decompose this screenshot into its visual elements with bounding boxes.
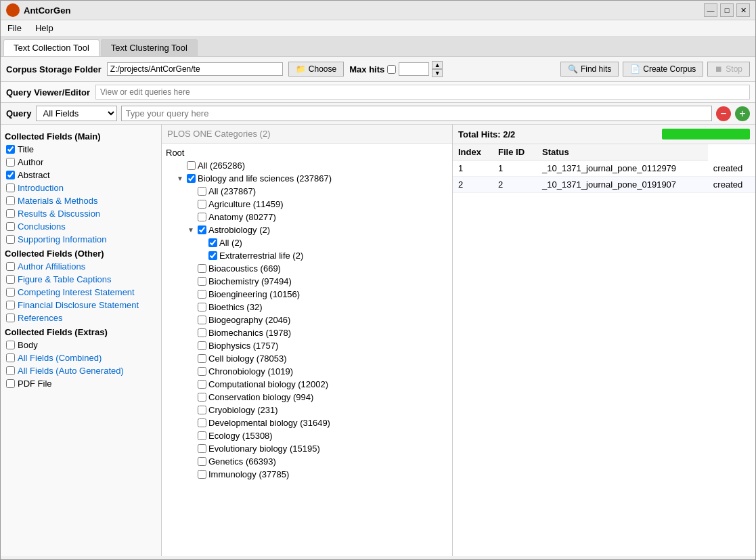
tree-bio-all-checkbox[interactable]	[198, 187, 206, 196]
toggle-biology[interactable]: ▼	[175, 174, 185, 184]
tree-item-biogeography: Biogeography (2046)	[164, 314, 449, 326]
tree-anatomy-checkbox[interactable]	[198, 213, 206, 221]
tree-bioethics-label: Bioethics (32)	[208, 302, 262, 312]
tree-item-agriculture: Agriculture (11459)	[164, 198, 449, 211]
tree-all-checkbox[interactable]	[187, 161, 196, 170]
tree-extraterrestrial-checkbox[interactable]	[208, 251, 217, 260]
field-supporting-checkbox[interactable]	[6, 235, 15, 244]
query-viewer-input[interactable]	[95, 85, 750, 100]
tree-item-astro-all: All (2)	[164, 236, 449, 249]
tree-astrobiology-checkbox[interactable]	[198, 225, 206, 234]
tab-text-clustering[interactable]: Text Clustering Tool	[101, 39, 198, 56]
field-introduction-checkbox[interactable]	[6, 184, 15, 192]
tree-conservation-checkbox[interactable]	[198, 393, 206, 402]
field-captions: Figure & Table Captions	[3, 273, 158, 286]
query-text-input[interactable]	[121, 106, 712, 121]
field-captions-checkbox[interactable]	[6, 275, 15, 284]
field-conclusions-link[interactable]: Conclusions	[18, 221, 66, 232]
field-captions-link[interactable]: Figure & Table Captions	[18, 274, 112, 284]
max-hits-input[interactable]: 100	[399, 62, 429, 76]
stop-button[interactable]: ⏹ Stop	[707, 62, 750, 77]
max-hits-down[interactable]: ▼	[432, 69, 443, 77]
field-financial-checkbox[interactable]	[6, 301, 15, 309]
tab-text-collection[interactable]: Text Collection Tool	[3, 39, 99, 56]
maximize-button[interactable]: □	[720, 3, 734, 17]
tree-chronobiology-checkbox[interactable]	[198, 367, 206, 376]
tree-item-evobiology: Evolutionary biology (15195)	[164, 442, 449, 455]
max-hits-checkbox[interactable]	[387, 65, 396, 74]
tree-devbiology-checkbox[interactable]	[198, 418, 206, 427]
field-references-checkbox[interactable]	[6, 314, 15, 322]
close-button[interactable]: ✕	[736, 3, 750, 17]
field-supporting-link[interactable]: Supporting Information	[18, 234, 107, 244]
tree-ecology-checkbox[interactable]	[198, 431, 206, 440]
toggle-placeholder7	[186, 264, 196, 274]
corpus-path-input[interactable]	[107, 62, 283, 76]
field-abstract-checkbox[interactable]	[6, 171, 15, 179]
field-results-link[interactable]: Results & Discussion	[18, 209, 100, 219]
tree-agriculture-checkbox[interactable]	[198, 200, 206, 209]
tree-biogeography-checkbox[interactable]	[198, 316, 206, 324]
field-competing-link[interactable]: Competing Interest Statement	[18, 287, 135, 297]
field-financial-link[interactable]: Financial Disclosure Statement	[18, 300, 139, 310]
field-conclusions-checkbox[interactable]	[6, 222, 15, 231]
field-competing-checkbox[interactable]	[6, 288, 15, 297]
tree-container: Root All (265286) ▼ Biology and life sci…	[162, 144, 452, 556]
tree-all-label: All (265286)	[198, 160, 245, 171]
menu-help[interactable]: Help	[32, 22, 56, 35]
field-author: Author	[3, 156, 158, 169]
toggle-astrobiology[interactable]: ▼	[186, 225, 196, 235]
field-all-combined-checkbox[interactable]	[6, 353, 15, 362]
tree-compbiology-checkbox[interactable]	[198, 380, 206, 389]
field-results-checkbox[interactable]	[6, 209, 15, 218]
field-affiliations-link[interactable]: Author Affiliations	[18, 261, 85, 272]
field-all-auto-link[interactable]: All Fields (Auto Generated)	[18, 366, 124, 376]
tree-item-cellbiology: Cell biology (78053)	[164, 352, 449, 365]
field-author-checkbox[interactable]	[6, 158, 15, 167]
tree-genetics-label: Genetics (66393)	[208, 456, 276, 467]
toggle-placeholder10	[186, 303, 196, 312]
toggle-placeholder18	[186, 406, 196, 415]
query-field-select[interactable]: All Fields Title Author Abstract	[36, 106, 117, 121]
minimize-button[interactable]: —	[704, 3, 717, 17]
tree-cryobiology-checkbox[interactable]	[198, 406, 206, 414]
field-all-auto-checkbox[interactable]	[6, 366, 15, 375]
tree-evobiology-checkbox[interactable]	[198, 444, 206, 453]
field-title: Title	[3, 143, 158, 156]
tree-bioacoustics-checkbox[interactable]	[198, 264, 206, 273]
menu-file[interactable]: File	[5, 22, 24, 35]
tree-biology-checkbox[interactable]	[187, 174, 196, 183]
field-materials-checkbox[interactable]	[6, 196, 15, 205]
field-pdf-checkbox[interactable]	[6, 379, 15, 388]
choose-button[interactable]: 📁 Choose	[288, 62, 344, 77]
field-financial: Financial Disclosure Statement	[3, 299, 158, 311]
create-corpus-button[interactable]: 📄 Create Corpus	[623, 62, 703, 77]
max-hits-up[interactable]: ▲	[432, 61, 443, 69]
field-affiliations-checkbox[interactable]	[6, 262, 15, 271]
field-references-link[interactable]: References	[18, 313, 62, 323]
field-title-checkbox[interactable]	[6, 145, 15, 154]
find-hits-button[interactable]: 🔍 Find hits	[560, 62, 619, 77]
add-query-button[interactable]: +	[735, 106, 750, 121]
field-conclusions: Conclusions	[3, 220, 158, 233]
tree-bioethics-checkbox[interactable]	[198, 303, 206, 311]
tree-bioengineering-checkbox[interactable]	[198, 290, 206, 299]
results-table: Index File ID Status 1 1 _10_1371_journa…	[453, 144, 755, 193]
tree-biophysics-checkbox[interactable]	[198, 341, 206, 350]
tree-genetics-checkbox[interactable]	[198, 457, 206, 466]
tree-immunology-checkbox[interactable]	[198, 470, 206, 479]
tree-biochemistry-checkbox[interactable]	[198, 277, 206, 286]
field-introduction-link[interactable]: Introduction	[18, 183, 64, 193]
tree-biomechanics-label: Biomechanics (1978)	[208, 328, 291, 338]
tree-conservation-label: Conservation biology (994)	[208, 392, 313, 402]
toggle-placeholder12	[186, 328, 196, 338]
field-body-checkbox[interactable]	[6, 341, 15, 349]
remove-query-button[interactable]: −	[716, 106, 731, 121]
field-all-combined-link[interactable]: All Fields (Combined)	[18, 353, 102, 363]
tree-cellbiology-checkbox[interactable]	[198, 354, 206, 363]
app-icon	[6, 3, 20, 17]
tree-immunology-label: Immunology (37785)	[208, 469, 289, 479]
tree-astro-all-checkbox[interactable]	[208, 238, 217, 247]
field-materials-link[interactable]: Materials & Methods	[18, 196, 98, 206]
tree-biomechanics-checkbox[interactable]	[198, 328, 206, 337]
